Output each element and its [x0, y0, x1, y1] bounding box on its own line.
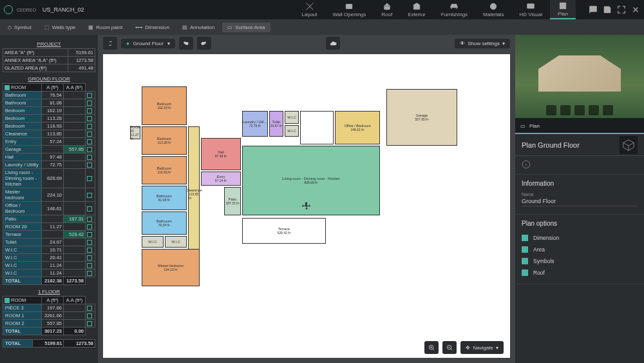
room-patio[interactable]: Patio187.31 ft²: [224, 187, 241, 215]
plan-options-title: Plan options: [522, 220, 638, 227]
table-row[interactable]: W.I.C10.71: [3, 246, 95, 254]
room-entry[interactable]: Entry57.24 ft²: [201, 172, 241, 186]
table-row[interactable]: PIÈCE 3197.66: [3, 304, 95, 312]
table-row[interactable]: W.I.C11.24: [3, 270, 95, 277]
tab-wall-openings[interactable]: Wall Openings: [325, 0, 374, 19]
show-settings-label: Show settings: [468, 41, 500, 46]
room-room-20[interactable]: ROOM 2011.27 ft²: [130, 126, 140, 139]
close-icon[interactable]: [631, 5, 640, 14]
room-w-i-c[interactable]: W.I.C: [165, 236, 187, 248]
plan-tab-label[interactable]: Plan: [529, 123, 540, 129]
eye-icon: 👁: [460, 41, 465, 46]
tab-roof[interactable]: Roof: [374, 0, 400, 19]
table-row[interactable]: Master bedroom224.10: [3, 188, 95, 202]
tab-exterior[interactable]: Exterior: [400, 0, 433, 19]
subtool-dimension[interactable]: ⟷Dimension: [130, 23, 175, 32]
room-w-i-c[interactable]: W.I.C: [285, 125, 299, 137]
table-row[interactable]: W.I.C20.41: [3, 254, 95, 262]
table-row[interactable]: ROOM 12261.66: [3, 312, 95, 320]
table-row[interactable]: Garage557.85: [3, 146, 95, 153]
option-area[interactable]: Area: [522, 244, 638, 255]
render-preview[interactable]: [515, 35, 644, 119]
subtool-symbol[interactable]: ◇Symbol: [3, 23, 37, 32]
floor-selector[interactable]: ● Ground Floor ▾: [121, 39, 175, 48]
room-bedroom[interactable]: Bedroom113.28 ft²: [142, 126, 187, 155]
room-blank[interactable]: [300, 111, 334, 144]
panel-header: Plan Ground Floor: [515, 134, 644, 156]
table-row[interactable]: Terrace528.42: [3, 231, 95, 239]
chevron-down-icon: ▾: [502, 41, 505, 46]
table-row[interactable]: ROOM 2011.27: [3, 223, 95, 231]
main-tabs: LayoutWall OpeningsRoofExteriorFurnishin…: [294, 0, 576, 19]
name-value[interactable]: Ground Floor: [522, 197, 638, 206]
table-row[interactable]: Bathroom81.08: [3, 99, 95, 107]
room-bathroom[interactable]: Bathroom81.08 ft²: [142, 186, 187, 210]
undo-button[interactable]: [179, 37, 193, 50]
room-garage[interactable]: Garage557.85 ft²: [386, 89, 457, 146]
table-row[interactable]: Entry57.24: [3, 138, 95, 146]
room-laundry-util-[interactable]: Laundry / Util…72.75 ft²: [242, 111, 268, 137]
room-w-i-c[interactable]: W.I.C: [285, 111, 299, 124]
tab-furnishings[interactable]: Furnishings: [433, 0, 475, 19]
table-row[interactable]: Bathroom76.54: [3, 92, 95, 99]
room-office-bedroom[interactable]: Office / Bedroom146.61 ft²: [335, 111, 380, 144]
option-dimension[interactable]: Dimension: [522, 232, 638, 244]
table-row[interactable]: Bedroom162.19: [3, 107, 95, 115]
tab-hd-visual[interactable]: HD Visual: [512, 0, 550, 19]
redo-button[interactable]: [197, 37, 211, 50]
plan-options-section: Plan options DimensionAreaSymbolsRoof: [515, 215, 644, 284]
table-row[interactable]: ROOM 2557.85: [3, 320, 95, 328]
table-row[interactable]: Toilet24.67: [3, 239, 95, 246]
chat-icon[interactable]: [589, 5, 598, 14]
floor-selector-label: Ground Floor: [133, 41, 164, 46]
option-roof[interactable]: Roof: [522, 267, 638, 279]
table-row[interactable]: Bedroom116.93: [3, 123, 95, 130]
room-w-i-c[interactable]: W.I.C: [142, 236, 164, 248]
info-row[interactable]: [515, 156, 644, 175]
option-symbols[interactable]: Symbols: [522, 255, 638, 267]
room-master-bedroom[interactable]: Master bedroom224.10 ft²: [142, 249, 200, 286]
subtool-walls-type[interactable]: ⬚Walls type: [39, 23, 81, 32]
plan-3d-icon[interactable]: [620, 136, 638, 154]
plan-canvas[interactable]: Bedroom162.19 ft²ROOM 2011.27 ft²Bedroom…: [103, 54, 510, 358]
room-bedroom[interactable]: Bedroom116.93 ft²: [142, 156, 187, 184]
room-bathroom[interactable]: Bathroom76.54 ft²: [142, 211, 187, 235]
table-row[interactable]: Living room - Dinning room - Kitchen828.…: [3, 169, 95, 188]
swap-icon[interactable]: [103, 37, 117, 50]
table-row[interactable]: W.I.C11.24: [3, 262, 95, 270]
move-handle-icon[interactable]: [301, 201, 312, 211]
show-settings-button[interactable]: 👁 Show settings ▾: [455, 39, 510, 48]
tab-materials[interactable]: Materials: [475, 0, 511, 19]
room-toilet[interactable]: Toilet24.67 ft²: [269, 111, 283, 137]
navigate-button[interactable]: ✥ Navigate ▾: [460, 341, 504, 354]
zoom-out-button[interactable]: [442, 341, 457, 354]
room-terrace[interactable]: Terrace528.42 ft²: [242, 218, 326, 244]
render-tool-3[interactable]: [574, 105, 585, 115]
room-bedroom[interactable]: Bedroom162.19 ft²: [142, 86, 187, 125]
canvas-area: ● Ground Floor ▾ 👁 Show settings ▾ Bedro…: [98, 35, 515, 363]
table-row[interactable]: Laundry / Utility72.75: [3, 161, 95, 169]
tab-plan[interactable]: Plan: [550, 0, 576, 19]
room-hall[interactable]: Hall97.48 ft²: [201, 138, 241, 170]
table-row[interactable]: Office / Bedroom146.61: [3, 202, 95, 215]
topbar-actions: [589, 5, 640, 14]
subtool-surface-area[interactable]: ▭Surface Area: [222, 23, 270, 32]
fullscreen-icon[interactable]: [617, 5, 626, 14]
subtool-annotation[interactable]: ▤Annotation: [177, 23, 220, 32]
table-row[interactable]: Hall97.48: [3, 153, 95, 161]
navigate-label: Navigate: [473, 345, 493, 351]
render-tool-4[interactable]: [589, 105, 599, 115]
tab-layout[interactable]: Layout: [294, 0, 325, 19]
render-tool-5[interactable]: [603, 105, 613, 115]
subtool-room-paint[interactable]: ▦Room paint: [83, 23, 128, 32]
cloud-button[interactable]: [326, 37, 340, 50]
save-icon[interactable]: [603, 5, 612, 14]
zoom-in-button[interactable]: [424, 341, 439, 354]
table-row[interactable]: Bedroom113.28: [3, 115, 95, 123]
table-row[interactable]: Clearance113.85: [3, 130, 95, 138]
room-clearance[interactable]: Clearance113.85 ft²: [188, 126, 200, 262]
render-tool-1[interactable]: [546, 105, 556, 115]
top-bar: CEDREO US_RANCH_02 LayoutWall OpeningsRo…: [0, 0, 644, 19]
render-tool-2[interactable]: [560, 105, 571, 115]
table-row[interactable]: Patio187.31: [3, 215, 95, 223]
